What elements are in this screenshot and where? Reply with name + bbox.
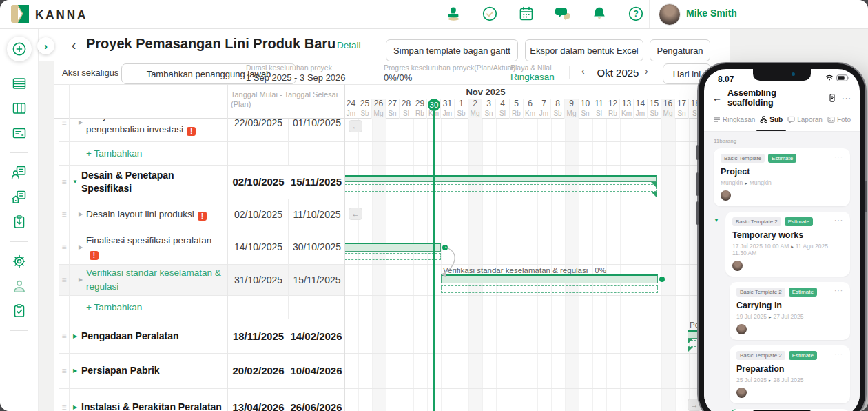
check-circle-icon[interactable] <box>481 5 499 23</box>
start-date-cell[interactable]: 02/10/2025 <box>229 199 288 230</box>
row-drag-handle[interactable]: ≡ <box>59 388 69 411</box>
calendar-icon[interactable] <box>517 5 535 23</box>
sidebar-clipboard-check-icon[interactable] <box>10 302 28 320</box>
row-expander[interactable]: ▶ <box>76 264 85 295</box>
task-name: Pengadaan Peralatan <box>81 330 179 341</box>
bar-progress-dot[interactable] <box>659 277 665 282</box>
settings-button[interactable]: Pengaturan <box>650 39 710 61</box>
row-drag-handle[interactable]: ≡ <box>59 353 69 388</box>
phone-tab-sub[interactable]: Sub <box>760 108 783 131</box>
card-menu-icon[interactable]: ··· <box>834 217 843 224</box>
sidebar-person-icon[interactable] <box>10 277 28 295</box>
card-title: Project <box>721 167 843 177</box>
add-button[interactable] <box>7 37 32 61</box>
scroll-to-bar-left-button[interactable]: ← <box>349 120 362 132</box>
bar-progress-dot[interactable] <box>442 245 448 250</box>
add-task-row[interactable]: + Tambahkan <box>86 295 224 319</box>
kanna-logo[interactable]: KANNA <box>11 5 87 26</box>
user-avatar[interactable] <box>659 3 681 26</box>
save-gantt-template-button[interactable]: Simpan template bagan gantt <box>386 39 518 61</box>
stamp-icon[interactable] <box>444 5 462 23</box>
user-name[interactable]: Mike Smith <box>686 8 737 19</box>
card-expander-icon[interactable]: ▼ <box>714 212 725 277</box>
help-icon[interactable]: ? <box>627 5 645 23</box>
row-expander[interactable]: ▶ <box>71 319 79 353</box>
task-name-cell[interactable]: Verifikasi standar keselamatan & regulas… <box>86 264 221 295</box>
warning-icon: ! <box>90 251 99 260</box>
gantt-bar-actual[interactable] <box>344 253 441 260</box>
detail-link[interactable]: Detail <box>337 40 361 50</box>
end-date-cell[interactable]: 30/10/2025 <box>288 230 345 264</box>
end-date-cell[interactable]: 10/04/2026 <box>288 353 344 388</box>
row-expander[interactable]: ▶ <box>76 199 85 230</box>
card-menu-icon[interactable]: ··· <box>834 153 843 161</box>
subtask-card[interactable]: Basic Template 2Estimate···Preparation25… <box>730 345 850 403</box>
start-date-cell[interactable]: 18/11/2025 <box>229 319 288 353</box>
gantt-bar-plan[interactable] <box>344 175 657 182</box>
row-drag-handle[interactable]: ≡ <box>59 319 69 353</box>
export-excel-button[interactable]: Ekspor dalam bentuk Excel <box>525 39 643 61</box>
phone-tab-foto[interactable]: Foto <box>827 108 851 131</box>
task-name-cell[interactable]: Instalasi & Perakitan Peralatan <box>81 388 223 411</box>
sidebar-table-rows-icon[interactable] <box>10 74 28 92</box>
row-drag-handle[interactable]: ≡ <box>59 199 69 230</box>
start-date-cell[interactable]: 31/10/2025 <box>229 264 288 295</box>
task-name-cell[interactable]: Desain & Penetapan Spesifikasi <box>81 165 223 199</box>
add-task-row[interactable]: + Tambahkan <box>86 141 224 165</box>
row-expander[interactable]: ▶ <box>71 388 79 411</box>
card-menu-icon[interactable]: ··· <box>834 350 843 358</box>
task-name-cell[interactable]: Finalisasi spesifikasi peralatan! <box>86 230 221 264</box>
start-date-cell[interactable]: 02/10/2025 <box>229 165 288 199</box>
expand-panel-button[interactable]: › <box>37 37 54 54</box>
device-share-icon[interactable] <box>828 94 836 102</box>
scroll-to-bar-left-button[interactable]: ← <box>349 208 362 220</box>
cost-summary-link[interactable]: Ringkasan <box>510 72 555 82</box>
row-drag-handle[interactable]: ≡ <box>59 230 69 264</box>
row-drag-handle[interactable]: ≡ <box>59 264 69 295</box>
bell-icon[interactable] <box>590 5 608 23</box>
card-menu-icon[interactable]: ··· <box>834 287 843 294</box>
start-date-cell[interactable]: 20/02/2026 <box>229 353 288 388</box>
sidebar-table-columns-icon[interactable] <box>10 99 28 117</box>
task-name-cell[interactable]: Pengadaan Peralatan <box>81 319 223 353</box>
phone-tab-laporan[interactable]: Laporan <box>787 108 823 131</box>
sidebar-person-board-icon[interactable] <box>10 163 28 181</box>
row-expander[interactable]: ▼ <box>71 165 79 199</box>
gantt-bar-actual[interactable] <box>441 285 658 293</box>
subtask-card[interactable]: Basic Template 2Estimate···Carrying in19… <box>730 282 850 340</box>
subtask-card[interactable]: Basic TemplateEstimate···ProjectMungkin▸… <box>714 148 850 206</box>
gantt-bar-plan[interactable] <box>441 274 658 283</box>
task-name-cell[interactable]: Desain layout lini produksi! <box>86 199 221 230</box>
gantt-bar-plan[interactable] <box>344 243 441 252</box>
end-date-cell[interactable]: 14/02/2026 <box>288 319 344 353</box>
end-date-cell[interactable]: 11/10/2025 <box>288 199 345 230</box>
next-month-button[interactable]: › <box>645 66 648 77</box>
date-start: Mungkin <box>721 179 743 186</box>
start-date-cell[interactable]: 13/04/2026 <box>229 388 288 411</box>
end-date-cell[interactable]: 15/11/2025 <box>288 165 344 199</box>
phone-tab-ringkasan[interactable]: Ringkasan <box>713 108 755 131</box>
sidebar-note-card-icon[interactable] <box>10 124 28 142</box>
phone-status-bar: 8.07 <box>704 69 860 88</box>
group-bar-end-cap <box>651 192 657 197</box>
end-date-cell[interactable]: 15/11/2025 <box>288 264 345 295</box>
phone-back-icon[interactable]: ← <box>712 92 722 103</box>
row-expander[interactable]: ▶ <box>71 353 79 388</box>
start-date-cell[interactable]: 14/10/2025 <box>229 230 288 264</box>
sidebar-site-board-icon[interactable] <box>10 188 28 206</box>
end-date-cell[interactable]: 26/06/2026 <box>288 388 344 411</box>
sidebar-clipboard-download-icon[interactable] <box>10 213 28 231</box>
row-expander[interactable]: ▶ <box>76 230 85 264</box>
back-button[interactable]: ‹ <box>65 36 82 54</box>
task-name-cell[interactable]: Persiapan Pabrik <box>81 353 223 388</box>
date-start: 17 Jul 2025 10:00 AM <box>732 243 789 250</box>
group-bar-end-cap <box>651 182 657 188</box>
sidebar-gear-icon[interactable] <box>10 252 28 270</box>
row-drag-handle[interactable]: ≡ <box>59 165 69 199</box>
phone-menu-icon[interactable]: ··· <box>842 94 851 102</box>
day-column-header: 9Mg <box>565 99 579 119</box>
subtask-card[interactable]: Basic Template 2Estimate···Temporary wor… <box>725 212 850 277</box>
prev-month-button[interactable]: ‹ <box>581 66 585 77</box>
chat-icon[interactable] <box>554 5 572 23</box>
gantt-bar-actual[interactable] <box>344 184 657 192</box>
